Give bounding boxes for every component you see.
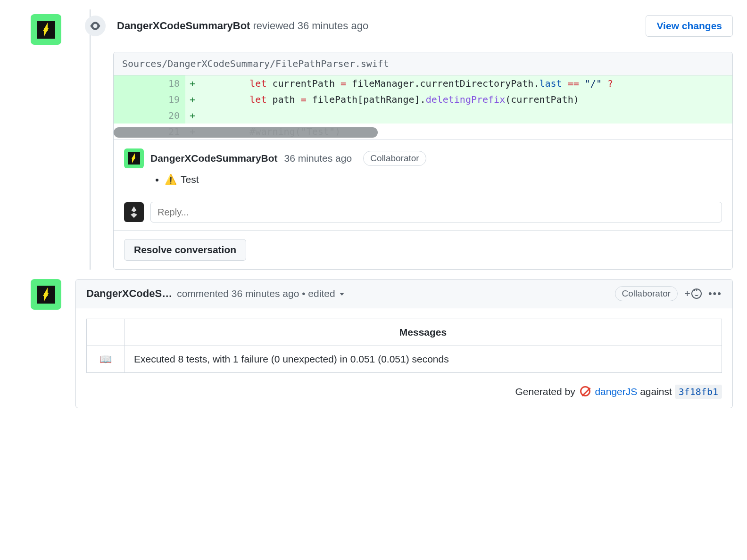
file-path[interactable]: Sources/DangerXCodeSummary/FilePathParse… bbox=[114, 52, 732, 75]
book-icon: 📖 bbox=[87, 346, 124, 373]
resolve-conversation-button[interactable]: Resolve conversation bbox=[124, 239, 246, 261]
messages-icon-header bbox=[87, 319, 124, 346]
no-entry-icon bbox=[580, 386, 590, 396]
warning-item: ⚠️Test bbox=[165, 174, 722, 185]
review-author[interactable]: DangerXCodeSummaryBot bbox=[117, 20, 250, 32]
reply-input[interactable] bbox=[150, 202, 722, 222]
commenter-avatar[interactable] bbox=[124, 148, 144, 168]
collaborator-badge: Collaborator bbox=[363, 151, 426, 166]
dangerjs-link[interactable]: dangerJS bbox=[595, 386, 637, 397]
add-reaction-button[interactable]: + bbox=[684, 288, 702, 300]
user-avatar[interactable] bbox=[124, 202, 144, 222]
bot-avatar[interactable] bbox=[31, 279, 61, 310]
edited-dropdown-icon[interactable] bbox=[340, 293, 344, 296]
review-icon bbox=[85, 16, 106, 36]
message-text: Executed 8 tests, with 1 failure (0 unex… bbox=[124, 346, 722, 373]
messages-header: Messages bbox=[124, 319, 722, 346]
comment-author[interactable]: DangerXCodeSummaryBot bbox=[150, 153, 278, 164]
messages-table: Messages 📖 Executed 8 tests, with 1 fail… bbox=[86, 319, 722, 373]
comment-menu-button[interactable]: ••• bbox=[708, 288, 722, 300]
horizontal-scrollbar[interactable] bbox=[114, 127, 378, 138]
commit-sha[interactable]: 3f18fb1 bbox=[675, 385, 722, 399]
review-summary: DangerXCodeSummaryBot reviewed 36 minute… bbox=[117, 20, 368, 32]
comment-author[interactable]: DangerXCodeS… bbox=[86, 288, 172, 300]
warning-icon: ⚠️ bbox=[165, 174, 177, 185]
bolt-icon bbox=[128, 152, 140, 165]
bolt-icon bbox=[37, 286, 55, 304]
generated-by: Generated by dangerJS against 3f18fb1 bbox=[86, 386, 722, 397]
collaborator-badge: Collaborator bbox=[615, 286, 678, 301]
comment-time[interactable]: 36 minutes ago bbox=[284, 153, 352, 164]
table-row: 📖 Executed 8 tests, with 1 failure (0 un… bbox=[87, 346, 722, 373]
comment-meta: commented 36 minutes ago • edited bbox=[177, 288, 344, 299]
bolt-icon bbox=[37, 21, 55, 39]
smiley-icon bbox=[691, 288, 702, 299]
bot-avatar[interactable] bbox=[31, 14, 61, 45]
view-changes-button[interactable]: View changes bbox=[646, 15, 733, 37]
